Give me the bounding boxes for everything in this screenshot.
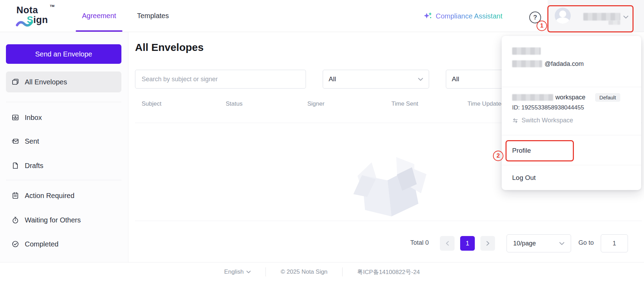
workspace-suffix: workspace — [555, 94, 585, 101]
pagination-prev-button[interactable] — [440, 236, 455, 251]
language-select[interactable]: English — [210, 268, 266, 275]
sidebar-item-waiting-for-others[interactable]: Waiting for Others — [6, 210, 121, 230]
table-bottom-divider — [135, 221, 642, 221]
email-prefix-redacted — [512, 60, 542, 67]
profile-menu-item[interactable]: Profile — [512, 147, 531, 154]
sidebar-item-label: Sent — [25, 137, 39, 145]
sidebar: Send an Envelope All Envelopes Inbox — [0, 32, 128, 262]
sparkle-icon — [424, 12, 433, 21]
pagination-next-button[interactable] — [480, 236, 495, 251]
clipboard-icon — [12, 192, 19, 199]
sent-envelope-icon — [12, 137, 19, 145]
sidebar-item-action-required[interactable]: Action Required — [6, 185, 121, 206]
compliance-assistant-button[interactable]: Compliance Assistant — [424, 12, 502, 21]
column-header-status: Status — [226, 100, 242, 107]
column-header-signer: Signer — [307, 100, 324, 107]
inbox-icon — [12, 114, 19, 121]
workspace-row: workspace Default — [512, 93, 620, 102]
tab-agreement-label: Agreement — [82, 12, 116, 20]
switch-workspace-label: Switch Workspace — [522, 117, 573, 124]
column-header-subject: Subject — [142, 100, 162, 107]
status-filter-value: All — [329, 75, 336, 83]
user-name-redacted — [583, 13, 620, 21]
compliance-assistant-label: Compliance Assistant — [436, 12, 502, 20]
panel-divider — [502, 87, 641, 87]
sidebar-item-sent[interactable]: Sent — [6, 131, 121, 152]
sidebar-item-label: All Envelopes — [25, 78, 67, 86]
tab-templates[interactable]: Templates — [127, 0, 179, 32]
chevron-down-icon — [559, 242, 564, 245]
copyright: © 2025 Nota Sign — [266, 268, 342, 275]
empty-state-box-illustration — [345, 147, 432, 222]
status-filter-select[interactable]: All — [323, 70, 429, 89]
chevron-right-icon — [486, 241, 489, 246]
annotation-step-2: 2 — [493, 151, 503, 161]
user-email: @fadada.com — [512, 60, 584, 68]
panel-divider — [502, 135, 641, 135]
user-menu-trigger[interactable] — [548, 6, 632, 31]
annotation-step-1: 1 — [537, 21, 547, 31]
chevron-left-icon — [446, 241, 449, 246]
send-envelope-button[interactable]: Send an Envelope — [6, 44, 121, 64]
envelopes-stack-icon — [12, 78, 19, 86]
workspace-name-redacted — [512, 94, 553, 101]
logout-menu-item[interactable]: Log Out — [512, 174, 536, 182]
icp-license: 粤ICP备14100822号-24 — [343, 268, 435, 276]
pagination: Total 0 1 10/page Go to — [128, 234, 644, 253]
chevron-down-icon — [246, 271, 251, 273]
user-name-redacted-2 — [608, 21, 620, 25]
sidebar-item-label: Inbox — [25, 114, 42, 122]
email-domain: @fadada.com — [545, 60, 584, 68]
tab-agreement[interactable]: Agreement — [72, 0, 127, 32]
column-header-time-sent: Time Sent — [391, 100, 418, 107]
check-circle-icon — [12, 240, 19, 248]
signer-filter-value: All — [452, 75, 459, 83]
language-value: English — [224, 268, 244, 275]
sidebar-item-label: Drafts — [25, 162, 43, 170]
sidebar-item-drafts[interactable]: Drafts — [6, 155, 121, 176]
page-size-select[interactable]: 10/page — [507, 234, 571, 252]
user-dropdown-panel: @fadada.com workspace Default ID: 192553… — [502, 36, 641, 190]
sidebar-item-label: Waiting for Others — [25, 216, 81, 224]
sidebar-item-completed[interactable]: Completed — [6, 234, 121, 255]
avatar — [555, 8, 571, 24]
sidebar-item-label: Action Required — [25, 192, 74, 200]
switch-arrows-icon — [512, 118, 518, 123]
notasign-logo[interactable]: Nota TM Sign — [16, 3, 62, 29]
sidebar-divider — [6, 180, 121, 180]
page-size-value: 10/page — [513, 240, 536, 247]
goto-page-input[interactable] — [601, 234, 628, 252]
top-bar: Nota TM Sign Agreement Templates — [0, 0, 644, 32]
pagination-total: Total 0 — [410, 239, 429, 246]
sidebar-item-all-envelopes[interactable]: All Envelopes — [6, 71, 121, 92]
switch-workspace-button[interactable]: Switch Workspace — [512, 117, 573, 124]
page-title: All Envelopes — [135, 41, 204, 53]
panel-user-name-redacted — [512, 47, 541, 55]
footer: English © 2025 Nota Sign 粤ICP备14100822号-… — [0, 262, 644, 281]
sidebar-item-label: Completed — [25, 240, 59, 248]
search-input[interactable] — [135, 70, 306, 89]
draft-document-icon — [12, 162, 19, 169]
panel-divider — [502, 165, 641, 165]
sidebar-divider — [6, 102, 121, 102]
logo-trademark: TM — [50, 4, 54, 8]
pagination-page-1[interactable]: 1 — [460, 236, 475, 251]
default-workspace-badge: Default — [595, 93, 620, 102]
stopwatch-icon — [12, 216, 19, 224]
workspace-id: ID: 1925533858938044455 — [512, 104, 584, 111]
notasign-app: Nota TM Sign Agreement Templates — [0, 0, 644, 281]
tab-templates-label: Templates — [137, 12, 169, 20]
goto-label: Go to — [578, 239, 594, 246]
sidebar-item-inbox[interactable]: Inbox — [6, 107, 121, 128]
logo-word-sign: Sign — [27, 15, 48, 25]
chevron-down-icon — [418, 78, 423, 81]
column-header-time-updated: Time Updated — [467, 100, 504, 107]
primary-nav: Agreement Templates — [72, 0, 179, 32]
logo-word-nota: Nota — [16, 5, 38, 16]
chevron-down-icon — [623, 15, 629, 19]
